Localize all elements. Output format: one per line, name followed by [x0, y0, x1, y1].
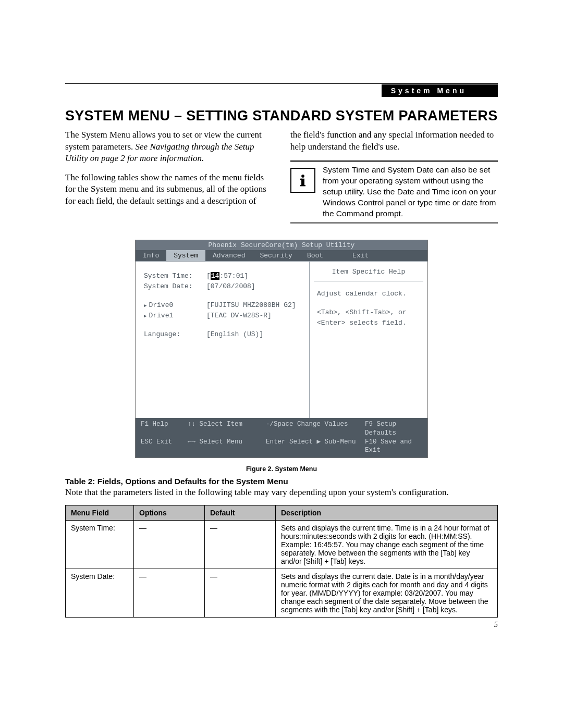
bios-screenshot: Phoenix SecureCore(tm) Setup Utility Inf…	[135, 240, 428, 459]
th-menu-field: Menu Field	[66, 505, 134, 521]
note-text: System Time and System Date can also be …	[323, 165, 498, 219]
bios-footer: F1 Help ↑↓ Select Item -/Space Change Va…	[136, 418, 427, 458]
bios-row-language: Language: [English (US)]	[144, 329, 303, 340]
bios-f1-help: F1 Help	[141, 420, 188, 438]
bios-window-title: Phoenix SecureCore(tm) Setup Utility	[136, 240, 427, 250]
bios-help-l2: <Tab>, <Shift-Tab>, or	[317, 307, 420, 318]
td-field: System Time:	[66, 521, 134, 569]
bios-save-exit: F10 Save and Exit	[365, 438, 422, 455]
td-field: System Date:	[66, 569, 134, 618]
bios-row-drive1: Drive1 [TEAC DV-W28S-R]	[144, 311, 303, 321]
intro-p3: the field's function and any special inf…	[290, 129, 498, 153]
th-default: Default	[205, 505, 276, 521]
intro-p2: The following tables show the names of t…	[65, 172, 273, 207]
table-title: Table 2: Fields, Options and Defaults fo…	[65, 477, 498, 486]
svg-rect-3	[300, 185, 305, 186]
bios-row-drive0: Drive0 [FUJITSU MHZ2080BH G2]	[144, 300, 303, 311]
bios-time-rest: :57:01]	[219, 272, 248, 280]
bios-time-value: [14:57:01]	[206, 271, 248, 281]
td-description: Sets and displays the current date. Date…	[276, 569, 498, 618]
bios-time-selected: 14	[211, 272, 220, 280]
bios-tab-advanced: Advanced	[205, 250, 252, 261]
fields-table: Menu Field Options Default Description S…	[65, 505, 498, 618]
bios-help-l1: Adjust calendar clock.	[317, 289, 420, 299]
td-default: —	[205, 569, 276, 618]
table-row: System Date: — — Sets and displays the c…	[66, 569, 498, 618]
bios-change-values: -/Space Change Values	[266, 420, 365, 438]
intro-col-left: The System Menu allows you to set or vie…	[65, 129, 273, 224]
bios-lang-value: [English (US)]	[206, 329, 263, 340]
page-number: 5	[65, 621, 498, 629]
bios-date-value: [07/08/2008]	[206, 281, 255, 292]
top-rule: System Menu	[65, 83, 498, 84]
bios-time-label: System Time:	[144, 271, 206, 281]
bios-drive1-label: Drive1	[144, 311, 206, 321]
bios-help-panel: Item Specific Help Adjust calendar clock…	[309, 262, 427, 418]
bios-help-body: Adjust calendar clock. <Tab>, <Shift-Tab…	[310, 281, 427, 336]
note-box: System Time and System Date can also be …	[290, 160, 498, 224]
bios-time-prefix: [	[206, 272, 211, 280]
info-icon	[290, 168, 315, 193]
bios-left-panel: System Time: [14:57:01] System Date: [07…	[136, 262, 309, 418]
bios-lang-label: Language:	[144, 329, 206, 340]
bios-drive0-label: Drive0	[144, 300, 206, 311]
table-row: System Time: — — Sets and displays the c…	[66, 521, 498, 569]
td-options: —	[134, 569, 205, 618]
bios-date-label: System Date:	[144, 281, 206, 292]
bios-select-submenu: Enter Select ▶ Sub-Menu	[266, 438, 365, 455]
bios-select-item: ↑↓ Select Item	[188, 420, 266, 438]
bios-tab-security: Security	[252, 250, 299, 261]
bios-row-date: System Date: [07/08/2008]	[144, 281, 303, 292]
bios-drive0-value: [FUJITSU MHZ2080BH G2]	[206, 300, 296, 311]
bios-tab-boot: Boot	[300, 250, 331, 261]
td-description: Sets and displays the current time. Time…	[276, 521, 498, 569]
bios-tab-exit: Exit	[345, 250, 376, 261]
bios-tab-system: System	[166, 250, 205, 261]
page-title: SYSTEM MENU – SETTING STANDARD SYSTEM PA…	[65, 108, 498, 124]
intro-columns: The System Menu allows you to set or vie…	[65, 129, 498, 224]
td-options: —	[134, 521, 205, 569]
bios-tab-info: Info	[136, 250, 166, 261]
bios-select-menu: ←→ Select Menu	[188, 438, 266, 455]
bios-tabs: Info System Advanced Security Boot Exit	[136, 250, 427, 261]
bios-drive1-value: [TEAC DV-W28S-R]	[206, 311, 272, 321]
svg-point-0	[301, 175, 304, 178]
table-header-row: Menu Field Options Default Description	[66, 505, 498, 521]
intro-p1: The System Menu allows you to set or vie…	[65, 129, 273, 165]
bios-esc-exit: ESC Exit	[141, 438, 188, 455]
table-note: Note that the parameters listed in the f…	[65, 487, 498, 498]
bios-setup-defaults: F9 Setup Defaults	[365, 420, 422, 438]
td-default: —	[205, 521, 276, 569]
svg-rect-2	[300, 179, 302, 180]
bios-help-l3: <Enter> selects field.	[317, 318, 420, 328]
figure-caption: Figure 2. System Menu	[65, 465, 498, 473]
bios-body: System Time: [14:57:01] System Date: [07…	[136, 261, 427, 418]
bios-row-time: System Time: [14:57:01]	[144, 271, 303, 281]
header-section-tag: System Menu	[382, 84, 498, 97]
th-description: Description	[276, 505, 498, 521]
th-options: Options	[134, 505, 205, 521]
intro-col-right: the field's function and any special inf…	[290, 129, 498, 224]
bios-help-title: Item Specific Help	[314, 262, 423, 281]
